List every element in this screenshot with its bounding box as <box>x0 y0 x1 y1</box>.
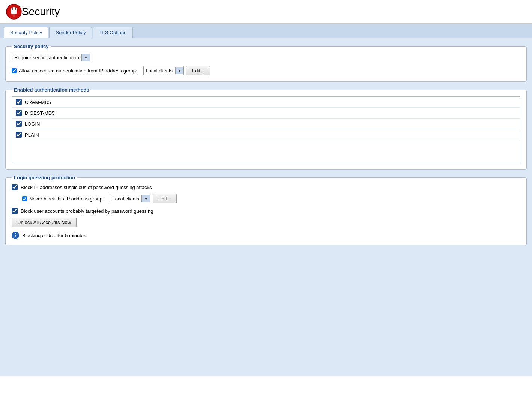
security-policy-group: Security policy Require secure authentic… <box>5 44 527 82</box>
list-item: DIGEST-MD5 <box>12 108 520 119</box>
page-header: Security <box>0 0 532 24</box>
block-accounts-label: Block user accounts probably targeted by… <box>21 208 153 214</box>
svg-rect-3 <box>13 7 14 11</box>
digest-md5-label: DIGEST-MD5 <box>25 110 54 116</box>
svg-rect-4 <box>14 7 15 11</box>
cram-md5-label: CRAM-MD5 <box>25 99 51 105</box>
never-block-label: Never block this IP address group: <box>29 196 104 202</box>
login-guessing-legend: Login guessing protection <box>12 175 77 180</box>
plain-checkbox[interactable] <box>16 132 22 138</box>
allow-unsecured-checkbox[interactable] <box>12 68 17 73</box>
security-policy-legend: Security policy <box>12 44 51 49</box>
never-block-select[interactable]: Local clients All <box>110 194 141 203</box>
never-block-edit-button[interactable]: Edit... <box>153 194 176 203</box>
tab-tls-options[interactable]: TLS Options <box>93 27 132 38</box>
tab-bar: Security Policy Sender Policy TLS Option… <box>0 24 532 38</box>
unsecured-auth-row: Allow unsecured authentication from IP a… <box>12 66 520 75</box>
security-policy-select[interactable]: Require secure authentication Allow plai… <box>12 53 81 62</box>
ip-group-select-arrow[interactable]: ▼ <box>175 67 184 74</box>
never-block-select-arrow[interactable]: ▼ <box>141 195 150 202</box>
list-item: LOGIN <box>12 119 520 129</box>
never-block-select-wrap[interactable]: Local clients All ▼ <box>110 194 150 203</box>
unlock-button-row: Unlock All Accounts Now <box>12 218 520 227</box>
block-accounts-row: Block user accounts probably targeted by… <box>12 208 520 214</box>
cram-md5-checkbox[interactable] <box>16 99 22 105</box>
allow-unsecured-label: Allow unsecured authentication from IP a… <box>19 68 137 74</box>
block-accounts-checkbox[interactable] <box>12 208 18 214</box>
auth-methods-list: CRAM-MD5 DIGEST-MD5 LOGIN PLAIN <box>12 96 520 163</box>
auth-list-spacer <box>12 140 520 163</box>
blocking-info-text: Blocking ends after 5 minutes. <box>22 233 87 238</box>
never-block-row: Never block this IP address group: Local… <box>22 194 520 203</box>
security-policy-select-wrap[interactable]: Require secure authentication Allow plai… <box>12 53 90 62</box>
block-ip-row: Block IP addresses suspicious of passwor… <box>12 184 520 190</box>
login-guessing-group: Login guessing protection Block IP addre… <box>5 175 527 245</box>
block-ip-label: Block IP addresses suspicious of passwor… <box>21 185 152 190</box>
block-ip-checkbox[interactable] <box>12 184 18 190</box>
list-item: CRAM-MD5 <box>12 97 520 108</box>
security-icon <box>6 4 22 20</box>
auth-methods-group: Enabled authentication methods CRAM-MD5 … <box>5 87 527 170</box>
auth-methods-legend: Enabled authentication methods <box>12 87 92 93</box>
info-icon: i <box>12 232 19 239</box>
page-title: Security <box>22 6 60 18</box>
ip-group-edit-button[interactable]: Edit... <box>186 66 210 75</box>
unlock-all-button[interactable]: Unlock All Accounts Now <box>12 218 77 227</box>
login-checkbox[interactable] <box>16 121 22 127</box>
svg-rect-2 <box>11 8 12 11</box>
ip-group-select-wrap[interactable]: Local clients All ▼ <box>143 66 184 75</box>
blocking-info-row: i Blocking ends after 5 minutes. <box>12 232 520 239</box>
security-policy-select-arrow[interactable]: ▼ <box>81 54 90 61</box>
digest-md5-checkbox[interactable] <box>16 110 22 116</box>
tab-security-policy[interactable]: Security Policy <box>4 27 48 38</box>
content-area: Security policy Require secure authentic… <box>0 38 532 376</box>
plain-label: PLAIN <box>25 132 39 138</box>
login-label: LOGIN <box>25 121 40 127</box>
never-block-checkbox[interactable] <box>22 196 27 201</box>
tab-sender-policy[interactable]: Sender Policy <box>49 27 92 38</box>
list-item: PLAIN <box>12 129 520 140</box>
svg-rect-5 <box>16 8 17 11</box>
security-policy-row: Require secure authentication Allow plai… <box>12 53 520 62</box>
ip-group-select[interactable]: Local clients All <box>144 66 175 75</box>
